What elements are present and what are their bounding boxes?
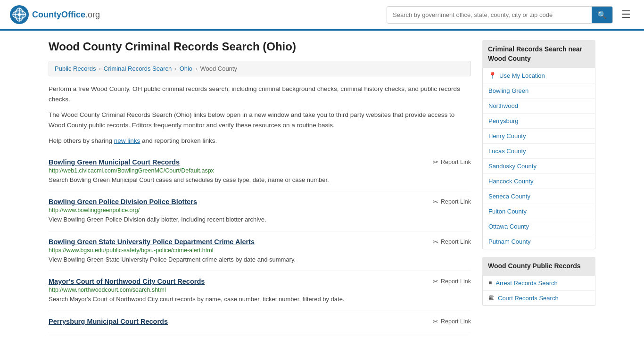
sidebar-public-record-item[interactable]: ■Arrest Records Search (483, 276, 595, 291)
sidebar-nearby-item[interactable]: Sandusky County (483, 159, 595, 174)
nearby-link[interactable]: Seneca County (488, 193, 530, 200)
nearby-link[interactable]: Fulton County (488, 208, 527, 215)
nearby-link[interactable]: Ottawa County (488, 223, 529, 230)
sidebar-nearby-item[interactable]: Perrysburg (483, 114, 595, 129)
sidebar-nearby-header: Criminal Records Search near Wood County (482, 40, 595, 68)
sidebar-nearby-item[interactable]: Putnam County (483, 234, 595, 249)
public-record-link[interactable]: Arrest Records Search (495, 280, 558, 287)
records-list: Bowling Green Municipal Court Records ✂ … (49, 152, 471, 332)
record-title[interactable]: Bowling Green State University Police De… (49, 238, 255, 246)
sidebar: Criminal Records Search near Wood County… (482, 40, 595, 332)
record-url[interactable]: http://web1.civicacmi.com/BowlingGreenMC… (49, 167, 471, 174)
sidebar-nearby-item[interactable]: Hancock County (483, 174, 595, 189)
sidebar-nearby-item[interactable]: Fulton County (483, 204, 595, 219)
sidebar-public-records-section: Wood County Public Records ■Arrest Recor… (482, 257, 595, 306)
record-item: Bowling Green State University Police De… (49, 231, 471, 272)
description-3: Help others by sharing new links and rep… (49, 136, 471, 146)
report-link[interactable]: ✂ Report Link (433, 278, 471, 285)
logo-text: CountyOffice.org (32, 10, 100, 20)
breadcrumb-ohio[interactable]: Ohio (180, 65, 192, 72)
menu-button[interactable]: ☰ (618, 7, 635, 23)
breadcrumb-sep-1: › (99, 65, 100, 72)
record-url[interactable]: http://www.northwoodcourt.com/search.sht… (49, 287, 471, 293)
nearby-link[interactable]: Perrysburg (488, 117, 519, 124)
nearby-link[interactable]: Henry County (488, 132, 526, 140)
nearby-link[interactable]: Bowling Green (488, 87, 528, 94)
record-title[interactable]: Bowling Green Municipal Court Records (49, 158, 180, 166)
description-2: The Wood County Criminal Records Search … (49, 110, 471, 130)
new-links-link[interactable]: new links (114, 137, 140, 144)
desc3-suffix: and reporting broken links. (140, 137, 217, 144)
sidebar-public-record-item[interactable]: 🏛Court Records Search (483, 291, 595, 305)
breadcrumb-public-records[interactable]: Public Records (55, 65, 96, 72)
record-title[interactable]: Mayor's Court of Northwood City Court Re… (49, 278, 205, 285)
report-link[interactable]: ✂ Report Link (433, 238, 471, 246)
content-area: Wood County Criminal Records Search (Ohi… (49, 40, 471, 332)
nearby-link[interactable]: Sandusky County (488, 163, 537, 170)
record-title[interactable]: Bowling Green Police Division Police Blo… (49, 198, 197, 206)
nearby-link[interactable]: Use My Location (499, 72, 545, 79)
logo-icon (9, 5, 29, 25)
report-link-label: Report Link (441, 318, 471, 325)
record-title[interactable]: Perrysburg Municipal Court Records (49, 318, 168, 325)
record-url[interactable]: http://www.bowlinggreenpolice.org/ (49, 207, 471, 214)
sidebar-nearby-item[interactable]: Bowling Green (483, 83, 595, 99)
report-link-label: Report Link (441, 198, 471, 205)
report-icon: ✂ (433, 278, 438, 285)
breadcrumb-wood-county: Wood County (200, 65, 237, 72)
record-description: Search Mayor's Court of Northwood City c… (49, 295, 471, 304)
sidebar-nearby-item[interactable]: Henry County (483, 129, 595, 144)
sidebar-public-records-list: ■Arrest Records Search🏛Court Records Sea… (482, 276, 595, 306)
report-link-label: Report Link (441, 278, 471, 285)
page-title: Wood County Criminal Records Search (Ohi… (49, 40, 471, 53)
report-icon: ✂ (433, 158, 438, 166)
report-icon: ✂ (433, 198, 438, 206)
desc3-prefix: Help others by sharing (49, 137, 114, 144)
nearby-link[interactable]: Lucas County (488, 148, 526, 155)
site-header: CountyOffice.org 🔍 ☰ (0, 0, 644, 31)
record-type-icon: ■ (488, 280, 492, 286)
record-item: Mayor's Court of Northwood City Court Re… (49, 271, 471, 311)
nearby-link[interactable]: Hancock County (488, 178, 533, 185)
record-description: Search Bowling Green Municipal Court cas… (49, 175, 471, 185)
record-item: Perrysburg Municipal Court Records ✂ Rep… (49, 311, 471, 332)
record-description: View Bowling Green State University Poli… (49, 255, 471, 264)
main-container: Wood County Criminal Records Search (Ohi… (39, 31, 605, 342)
record-item: Bowling Green Municipal Court Records ✂ … (49, 152, 471, 192)
sidebar-nearby-section: Criminal Records Search near Wood County… (482, 40, 595, 249)
record-item: Bowling Green Police Division Police Blo… (49, 191, 471, 231)
report-icon: ✂ (433, 238, 438, 246)
record-description: View Bowling Green Police Division daily… (49, 215, 471, 224)
location-icon: 📍 (488, 72, 496, 79)
breadcrumb-criminal-records[interactable]: Criminal Records Search (104, 65, 172, 72)
report-link[interactable]: ✂ Report Link (433, 198, 471, 206)
description-1: Perform a free Wood County, OH public cr… (49, 84, 471, 104)
report-link[interactable]: ✂ Report Link (433, 158, 471, 166)
public-record-link[interactable]: Court Records Search (498, 295, 559, 302)
search-icon: 🔍 (597, 11, 607, 19)
sidebar-nearby-item[interactable]: Ottawa County (483, 219, 595, 234)
search-bar: 🔍 (387, 6, 613, 24)
report-link-label: Report Link (441, 159, 471, 165)
sidebar-public-records-header: Wood County Public Records (482, 257, 595, 276)
report-link-label: Report Link (441, 239, 471, 245)
record-type-icon: 🏛 (488, 295, 494, 301)
sidebar-nearby-item[interactable]: 📍Use My Location (483, 68, 595, 83)
search-button[interactable]: 🔍 (592, 7, 612, 23)
nearby-link[interactable]: Putnam County (488, 238, 531, 245)
hamburger-icon: ☰ (621, 8, 631, 20)
report-link[interactable]: ✂ Report Link (433, 318, 471, 325)
breadcrumb: Public Records › Criminal Records Search… (49, 61, 471, 76)
sidebar-nearby-item[interactable]: Seneca County (483, 189, 595, 204)
logo-area: CountyOffice.org (9, 5, 100, 25)
search-input[interactable] (387, 8, 592, 22)
sidebar-nearby-item[interactable]: Northwood (483, 99, 595, 114)
record-url[interactable]: https://www.bgsu.edu/public-safety/bgsu-… (49, 247, 471, 254)
sidebar-nearby-list: 📍Use My LocationBowling GreenNorthwoodPe… (482, 68, 595, 249)
breadcrumb-sep-3: › (195, 65, 197, 72)
breadcrumb-sep-2: › (174, 65, 176, 72)
nearby-link[interactable]: Northwood (488, 102, 518, 109)
header-right: 🔍 ☰ (387, 6, 635, 24)
sidebar-nearby-item[interactable]: Lucas County (483, 144, 595, 159)
report-icon: ✂ (433, 318, 438, 325)
